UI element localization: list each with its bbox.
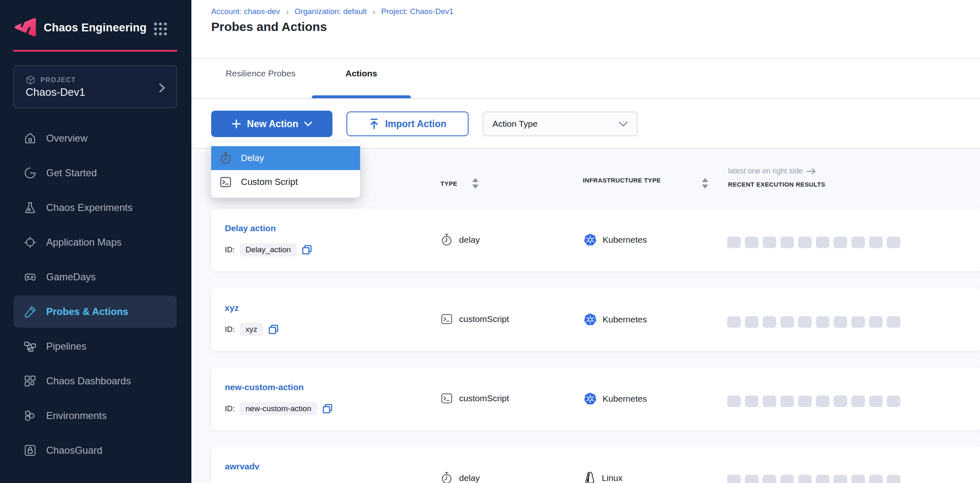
sort-icon[interactable] <box>472 178 479 189</box>
column-header-results: RECENT EXECUTION RESULTS <box>728 181 825 188</box>
copy-icon[interactable] <box>268 324 279 335</box>
action-name-link[interactable]: new-custom-action <box>225 382 304 392</box>
table-row: xyz ID: xyz customScript Kubernetes <box>211 288 980 351</box>
execution-result-placeholder <box>834 395 847 407</box>
execution-result-placeholder <box>780 475 794 483</box>
action-name-link[interactable]: xyz <box>225 303 239 313</box>
execution-result-placeholder <box>745 316 759 328</box>
execution-result-placeholder <box>887 237 900 248</box>
column-header-type[interactable]: TYPE <box>441 180 457 187</box>
app-switcher-icon[interactable] <box>153 22 167 36</box>
breadcrumb-account[interactable]: Account: chaos-dev <box>211 7 280 16</box>
chevron-right-icon <box>158 82 167 94</box>
upload-icon <box>369 118 379 130</box>
sidebar-item-get-started[interactable]: Get Started <box>0 156 191 190</box>
breadcrumb-separator: › <box>372 7 375 17</box>
execution-result-placeholder <box>727 475 741 483</box>
execution-result-placeholder <box>798 395 812 407</box>
execution-result-placeholder <box>780 395 794 407</box>
dashboard-icon <box>23 374 37 388</box>
sidebar-item-application-maps[interactable]: Application Maps <box>0 225 191 260</box>
sidebar-item-chaosguard[interactable]: ChaosGuard <box>0 433 191 468</box>
infrastructure-value: Kubernetes <box>603 394 647 404</box>
stopwatch-icon <box>219 152 232 165</box>
linux-icon <box>584 471 596 483</box>
execution-result-placeholder <box>816 475 829 483</box>
gamepad-icon <box>23 270 37 284</box>
project-name: Chaos-Dev1 <box>26 86 85 99</box>
get-started-icon <box>23 166 37 180</box>
sidebar-item-gamedays[interactable]: GameDays <box>0 260 191 294</box>
execution-result-placeholder <box>798 475 812 483</box>
tabs-divider <box>191 98 980 99</box>
sidebar-item-chaos-dashboards[interactable]: Chaos Dashboards <box>0 364 191 398</box>
product-title: Chaos Engineering <box>44 21 146 34</box>
execution-result-placeholder <box>851 237 865 248</box>
sidebar-item-overview[interactable]: Overview <box>0 121 191 156</box>
project-selector[interactable]: PROJECT Chaos-Dev1 <box>13 65 177 108</box>
kubernetes-icon <box>584 233 597 246</box>
execution-result-placeholder <box>834 475 847 483</box>
action-type-value: delay <box>459 235 480 245</box>
execution-result-placeholder <box>887 475 900 483</box>
execution-result-placeholder <box>763 475 776 483</box>
infrastructure-value: Linux <box>602 473 622 483</box>
column-header-infrastructure[interactable]: INFRASTRUCTURE TYPE <box>583 174 674 186</box>
chevron-down-icon <box>304 121 312 126</box>
new-action-button[interactable]: New Action <box>211 111 332 137</box>
sidebar-item-pipelines[interactable]: Pipelines <box>0 329 191 364</box>
execution-result-placeholder <box>816 395 829 407</box>
execution-result-placeholder <box>869 316 883 328</box>
home-icon <box>23 131 37 145</box>
id-label: ID: <box>225 325 235 334</box>
execution-result-placeholder <box>745 237 759 248</box>
terminal-icon <box>219 176 232 188</box>
chevron-down-icon <box>619 121 628 127</box>
breadcrumb-organization[interactable]: Organization: default <box>294 7 367 16</box>
sidebar-item-probes-actions[interactable]: Probes & Actions <box>14 296 177 328</box>
stopwatch-icon <box>441 471 453 483</box>
sort-icon[interactable] <box>702 178 709 189</box>
sidebar-item-chaos-experiments[interactable]: Chaos Experiments <box>0 190 191 225</box>
tab-resilience-probes[interactable]: Resilience Probes <box>211 69 310 78</box>
execution-result-placeholder <box>763 237 776 248</box>
kubernetes-icon <box>584 392 597 405</box>
action-id: new-custom-action <box>240 402 317 415</box>
execution-result-placeholder <box>851 316 865 328</box>
actions-table: TYPE INFRASTRUCTURE TYPE latest one on r… <box>191 149 980 483</box>
copy-icon[interactable] <box>302 244 312 255</box>
import-action-button[interactable]: Import Action <box>346 111 469 136</box>
action-name-link[interactable]: awrvadv <box>225 462 259 471</box>
execution-result-placeholder <box>745 475 759 483</box>
action-type-value: customScript <box>459 393 509 403</box>
sidebar-accent-divider <box>13 50 177 52</box>
copy-icon[interactable] <box>322 403 333 414</box>
action-type-filter[interactable]: Action Type <box>483 111 638 136</box>
breadcrumb-separator: › <box>286 7 289 17</box>
execution-result-placeholder <box>727 395 741 407</box>
table-row: awrvadv delay Linux <box>211 447 980 483</box>
sidebar-item-environments[interactable]: Environments <box>0 398 191 433</box>
plus-icon <box>231 119 241 129</box>
execution-result-placeholder <box>763 395 776 407</box>
execution-result-placeholder <box>798 237 812 248</box>
new-action-menu: Delay Custom Script <box>211 142 360 198</box>
action-id: Delay_action <box>240 243 297 256</box>
execution-result-placeholder <box>780 316 794 328</box>
menu-item-delay[interactable]: Delay <box>211 146 360 170</box>
menu-item-custom-script[interactable]: Custom Script <box>211 170 360 194</box>
execution-result-placeholder <box>780 237 794 248</box>
test-tube-icon <box>23 305 37 319</box>
execution-result-placeholder <box>798 316 812 328</box>
breadcrumb-project[interactable]: Project: Chaos-Dev1 <box>381 7 453 16</box>
execution-result-placeholder <box>869 237 883 248</box>
tab-actions[interactable]: Actions <box>312 69 411 78</box>
action-name-link[interactable]: Delay action <box>225 223 276 233</box>
breadcrumb: Account: chaos-dev › Organization: defau… <box>211 7 454 17</box>
execution-result-placeholder <box>745 395 759 407</box>
execution-result-placeholder <box>727 316 741 328</box>
recent-execution-results <box>727 316 900 328</box>
sidebar-nav: Overview Get Started Chaos Experiments A… <box>0 121 191 468</box>
execution-result-placeholder <box>763 316 776 328</box>
lock-icon <box>23 443 37 457</box>
